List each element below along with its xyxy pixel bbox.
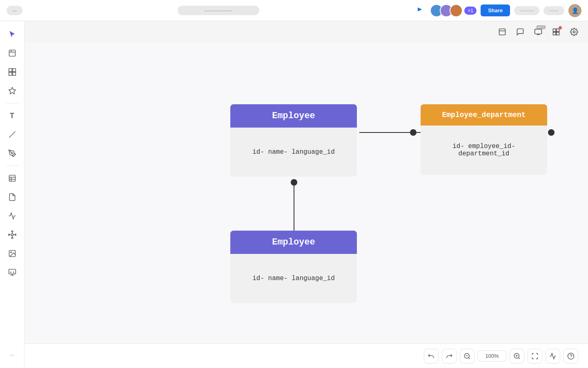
avatar-3	[450, 4, 463, 17]
entity-employee-1[interactable]: Employee id- name- language_id	[230, 104, 357, 177]
zoom-out-button[interactable]	[460, 349, 474, 364]
sticky-tool[interactable]	[4, 189, 20, 205]
entity-employee-2[interactable]: Employee id- name- language_id	[230, 231, 357, 303]
svg-rect-8	[557, 29, 559, 32]
entity-employee-2-header: Employee	[230, 231, 357, 254]
svg-point-36	[10, 252, 11, 253]
favorites-tool[interactable]	[4, 83, 20, 99]
help-button[interactable]	[564, 349, 578, 364]
svg-rect-22	[9, 175, 15, 182]
fit-screen-button[interactable]	[528, 349, 542, 364]
beta-badge: BETA	[537, 25, 546, 29]
notification-dot	[559, 26, 562, 29]
svg-marker-19	[9, 88, 16, 94]
embed-tool[interactable]	[4, 264, 20, 280]
top-bar-center: ···················	[22, 6, 415, 15]
svg-rect-17	[9, 72, 12, 76]
svg-point-41	[410, 129, 416, 136]
top-bar-right: +1 Share ·········· ······· 👤	[414, 4, 581, 17]
share-button[interactable]: Share	[481, 4, 510, 16]
svg-point-26	[11, 234, 13, 236]
toolbar-secondary: BETA	[495, 21, 581, 43]
extra-users-count: +1	[464, 7, 477, 15]
chart-tool[interactable]	[4, 208, 20, 224]
svg-rect-37	[9, 269, 16, 274]
entity-department-header: Employee_department	[421, 104, 547, 126]
svg-point-42	[548, 129, 555, 136]
svg-line-20	[9, 132, 15, 138]
sidebar-divider-1	[6, 103, 19, 103]
pen-tool[interactable]	[4, 145, 20, 162]
sidebar-divider-2	[6, 166, 19, 166]
svg-point-21	[11, 153, 12, 154]
entity-department-body: id- employee_id-department_id	[421, 126, 547, 175]
mindmap-tool[interactable]	[4, 227, 20, 243]
svg-rect-15	[9, 69, 12, 72]
history-button[interactable]	[546, 349, 560, 364]
zoom-level[interactable]: 100%	[478, 350, 506, 361]
svg-rect-18	[12, 72, 16, 76]
select-tool[interactable]	[4, 26, 20, 43]
components-tool[interactable]	[4, 64, 20, 80]
flag-icon[interactable]	[414, 5, 426, 16]
svg-point-11	[573, 31, 575, 33]
undo-button[interactable]	[424, 349, 439, 364]
avatar-group: +1	[430, 4, 477, 17]
zoom-in-button[interactable]	[510, 349, 524, 364]
svg-line-49	[518, 357, 519, 359]
status-pill-2: ·······	[543, 6, 564, 15]
svg-rect-4	[535, 29, 542, 34]
chat-button[interactable]	[513, 25, 528, 39]
top-bar-left: ···	[7, 6, 22, 15]
entity-employee-1-header: Employee	[230, 104, 357, 128]
svg-rect-12	[9, 50, 15, 56]
pages-button[interactable]	[495, 25, 510, 39]
status-pill-1: ··········	[514, 6, 539, 15]
svg-point-32	[11, 238, 13, 239]
svg-point-31	[11, 231, 13, 232]
frames-tool[interactable]	[4, 45, 20, 61]
svg-line-46	[468, 357, 470, 359]
left-sidebar: T ···	[0, 21, 24, 368]
svg-rect-16	[12, 69, 16, 72]
text-tool[interactable]: T	[4, 108, 20, 124]
svg-rect-10	[557, 32, 559, 35]
image-tool[interactable]	[4, 245, 20, 262]
grid-button[interactable]	[549, 25, 564, 39]
entity-employee-2-body: id- name- language_id	[230, 254, 357, 303]
more-tools[interactable]: ···	[4, 347, 20, 363]
redo-button[interactable]	[442, 349, 457, 364]
table-tool[interactable]	[4, 170, 20, 186]
svg-rect-2	[499, 29, 506, 35]
user-avatar[interactable]: 👤	[568, 4, 581, 17]
svg-rect-7	[553, 29, 556, 32]
settings-button[interactable]	[567, 25, 581, 39]
bottom-toolbar: 100%	[24, 343, 588, 368]
doc-title[interactable]: ···················	[178, 6, 259, 15]
svg-rect-9	[553, 32, 556, 35]
breadcrumb[interactable]: ···	[7, 6, 22, 15]
top-bar: ··· ··················· +1 Share ·······…	[0, 0, 588, 21]
line-tool[interactable]	[4, 126, 20, 143]
canvas[interactable]: Employee id- name- language_id Employee_…	[24, 43, 588, 343]
entity-department[interactable]: Employee_department id- employee_id-depa…	[421, 104, 547, 175]
svg-point-44	[291, 179, 297, 186]
present-button[interactable]: BETA	[531, 25, 546, 39]
entity-employee-1-body: id- name- language_id	[230, 128, 357, 177]
